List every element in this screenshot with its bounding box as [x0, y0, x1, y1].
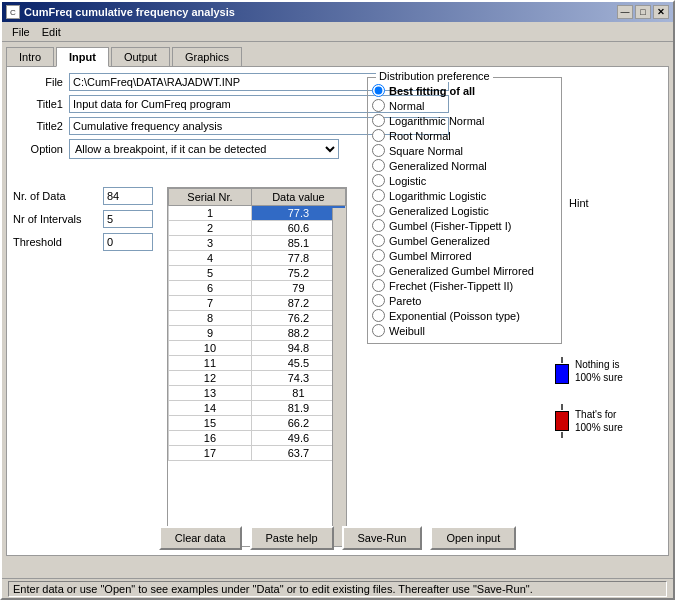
dist-label-squarenormal: Square Normal — [389, 145, 463, 157]
distribution-option-genlogistic[interactable]: Generalized Logistic — [372, 204, 557, 217]
distribution-option-frechet[interactable]: Frechet (Fisher-Tippett II) — [372, 279, 557, 292]
table-row[interactable]: 787.2 — [169, 296, 346, 311]
table-row[interactable]: 1381 — [169, 386, 346, 401]
table-cell-serial: 16 — [169, 431, 252, 446]
status-text: Enter data or use "Open" to see examples… — [8, 581, 667, 597]
radio-genlogistic[interactable] — [372, 204, 385, 217]
table-row[interactable]: 1094.8 — [169, 341, 346, 356]
nr-data-row: Nr. of Data — [13, 187, 153, 205]
nr-intervals-row: Nr of Intervals — [13, 210, 153, 228]
option-label: Option — [13, 143, 63, 155]
legend-red-top-line — [561, 404, 563, 410]
dist-label-gennormal: Generalized Normal — [389, 160, 487, 172]
open-input-button[interactable]: Open input — [430, 526, 516, 550]
dist-label-weibull: Weibull — [389, 325, 425, 337]
window-title: CumFreq cumulative frequency analysis — [24, 6, 617, 18]
distribution-option-gumbelmir[interactable]: Gumbel Mirrored — [372, 249, 557, 262]
close-button[interactable]: ✕ — [653, 5, 669, 19]
distribution-option-rootnormal[interactable]: Root Normal — [372, 129, 557, 142]
radio-lognormal[interactable] — [372, 114, 385, 127]
radio-loglogistic[interactable] — [372, 189, 385, 202]
radio-squarenormal[interactable] — [372, 144, 385, 157]
distribution-option-normal[interactable]: Normal — [372, 99, 557, 112]
menu-file[interactable]: File — [6, 24, 36, 40]
radio-best[interactable] — [372, 84, 385, 97]
table-cell-serial: 10 — [169, 341, 252, 356]
maximize-button[interactable]: □ — [635, 5, 651, 19]
tab-input[interactable]: Input — [56, 47, 109, 67]
radio-normal[interactable] — [372, 99, 385, 112]
distribution-option-weibull[interactable]: Weibull — [372, 324, 557, 337]
dist-label-loglogistic: Logarithmic Logistic — [389, 190, 486, 202]
dist-label-rootnormal: Root Normal — [389, 130, 451, 142]
left-section: Nr. of Data Nr of Intervals Threshold — [13, 187, 153, 256]
legend-thats-text: That's for100% sure — [575, 408, 623, 434]
table-row[interactable]: 988.2 — [169, 326, 346, 341]
tab-intro[interactable]: Intro — [6, 47, 54, 67]
file-row: File — [13, 73, 662, 91]
table-row[interactable]: 1649.6 — [169, 431, 346, 446]
radio-logistic[interactable] — [372, 174, 385, 187]
table-row[interactable]: 1145.5 — [169, 356, 346, 371]
distribution-option-best[interactable]: Best fitting of all — [372, 84, 557, 97]
distribution-option-gumbel[interactable]: Gumbel (Fisher-Tippett I) — [372, 219, 557, 232]
dist-label-gumbelgen: Gumbel Generalized — [389, 235, 490, 247]
table-row[interactable]: 1481.9 — [169, 401, 346, 416]
table-cell-serial: 15 — [169, 416, 252, 431]
radio-gumbel[interactable] — [372, 219, 385, 232]
table-row[interactable]: 260.6 — [169, 221, 346, 236]
distribution-option-pareto[interactable]: Pareto — [372, 294, 557, 307]
distribution-option-lognormal[interactable]: Logarithmic Normal — [372, 114, 557, 127]
threshold-row: Threshold — [13, 233, 153, 251]
table-scrollbar[interactable] — [332, 208, 346, 546]
minimize-button[interactable]: — — [617, 5, 633, 19]
hint-label: Hint — [569, 197, 589, 209]
tab-graphics[interactable]: Graphics — [172, 47, 242, 67]
radio-gumbelgen[interactable] — [372, 234, 385, 247]
table-cell-serial: 3 — [169, 236, 252, 251]
legend-red-shape — [555, 404, 569, 438]
distribution-option-exponential[interactable]: Exponential (Poisson type) — [372, 309, 557, 322]
option-select[interactable]: Allow a breakpoint, if it can be detecte… — [69, 139, 339, 159]
table-row[interactable]: 1566.2 — [169, 416, 346, 431]
distribution-option-loglogistic[interactable]: Logarithmic Logistic — [372, 189, 557, 202]
distribution-option-gennormal[interactable]: Generalized Normal — [372, 159, 557, 172]
distribution-option-gengumir[interactable]: Generalized Gumbel Mirrored — [372, 264, 557, 277]
radio-exponential[interactable] — [372, 309, 385, 322]
distribution-option-logistic[interactable]: Logistic — [372, 174, 557, 187]
radio-gennormal[interactable] — [372, 159, 385, 172]
dist-label-gumbelmir: Gumbel Mirrored — [389, 250, 472, 262]
paste-help-button[interactable]: Paste help — [250, 526, 334, 550]
table-row[interactable]: 477.8 — [169, 251, 346, 266]
radio-weibull[interactable] — [372, 324, 385, 337]
col-serial: Serial Nr. — [169, 189, 252, 206]
nr-data-input[interactable] — [103, 187, 153, 205]
radio-frechet[interactable] — [372, 279, 385, 292]
title1-row: Title1 — [13, 95, 662, 113]
distribution-option-gumbelgen[interactable]: Gumbel Generalized — [372, 234, 557, 247]
menu-bar: File Edit — [2, 22, 673, 42]
dist-label-genlogistic: Generalized Logistic — [389, 205, 489, 217]
table-row[interactable]: 876.2 — [169, 311, 346, 326]
radio-rootnormal[interactable] — [372, 129, 385, 142]
tab-output[interactable]: Output — [111, 47, 170, 67]
save-run-button[interactable]: Save-Run — [342, 526, 423, 550]
radio-pareto[interactable] — [372, 294, 385, 307]
table-row[interactable]: 575.2 — [169, 266, 346, 281]
threshold-input[interactable] — [103, 233, 153, 251]
legend-thats: That's for100% sure — [555, 404, 669, 438]
distribution-option-squarenormal[interactable]: Square Normal — [372, 144, 557, 157]
option-row: Option Allow a breakpoint, if it can be … — [13, 139, 662, 159]
radio-gumbelmir[interactable] — [372, 249, 385, 262]
nr-intervals-input[interactable] — [103, 210, 153, 228]
table-row[interactable]: 385.1 — [169, 236, 346, 251]
radio-gengumir[interactable] — [372, 264, 385, 277]
table-row[interactable]: 679 — [169, 281, 346, 296]
table-row[interactable]: 1274.3 — [169, 371, 346, 386]
clear-data-button[interactable]: Clear data — [159, 526, 242, 550]
table-row[interactable]: 177.3 — [169, 206, 346, 221]
table-cell-serial: 11 — [169, 356, 252, 371]
table-row[interactable]: 1763.7 — [169, 446, 346, 461]
menu-edit[interactable]: Edit — [36, 24, 67, 40]
distribution-panel: Distribution preference Best fitting of … — [367, 77, 562, 344]
